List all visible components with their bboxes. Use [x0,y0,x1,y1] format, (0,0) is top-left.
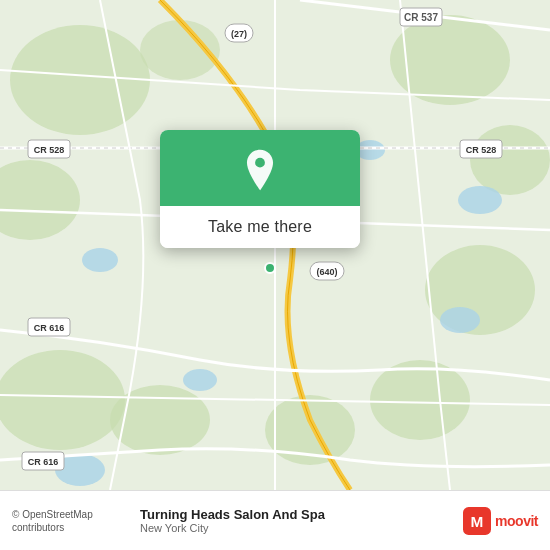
svg-point-37 [265,263,275,273]
popup-pin-area [160,130,360,206]
svg-point-3 [0,350,125,450]
map-container: CR 537 (27) CR 528 CR 528 (640) CR 616 C… [0,0,550,490]
svg-point-13 [440,307,480,333]
svg-point-38 [255,158,265,168]
svg-point-15 [183,369,217,391]
take-me-there-button[interactable]: Take me there [160,206,360,248]
business-location: New York City [140,522,455,534]
svg-point-12 [458,186,502,214]
location-pin-icon [238,148,282,192]
svg-text:(640): (640) [316,267,337,277]
svg-text:CR 616: CR 616 [28,457,59,467]
svg-text:CR 528: CR 528 [34,145,65,155]
svg-text:CR 616: CR 616 [34,323,65,333]
svg-point-6 [470,125,550,195]
svg-text:M: M [471,512,484,529]
popup-card: Take me there [160,130,360,248]
attribution-text: © OpenStreetMap contributors [12,508,132,534]
svg-text:CR 537: CR 537 [404,12,438,23]
bottom-bar: © OpenStreetMap contributors Turning Hea… [0,490,550,550]
moovit-brand-icon: M [463,507,491,535]
svg-point-1 [10,25,150,135]
svg-point-5 [390,15,510,105]
svg-text:CR 528: CR 528 [466,145,497,155]
moovit-logo: M moovit [463,507,538,535]
svg-point-11 [82,248,118,272]
svg-text:(27): (27) [231,29,247,39]
moovit-text: moovit [495,513,538,529]
svg-point-8 [370,360,470,440]
business-info: Turning Heads Salon And Spa New York Cit… [132,507,463,534]
business-name: Turning Heads Salon And Spa [140,507,455,522]
